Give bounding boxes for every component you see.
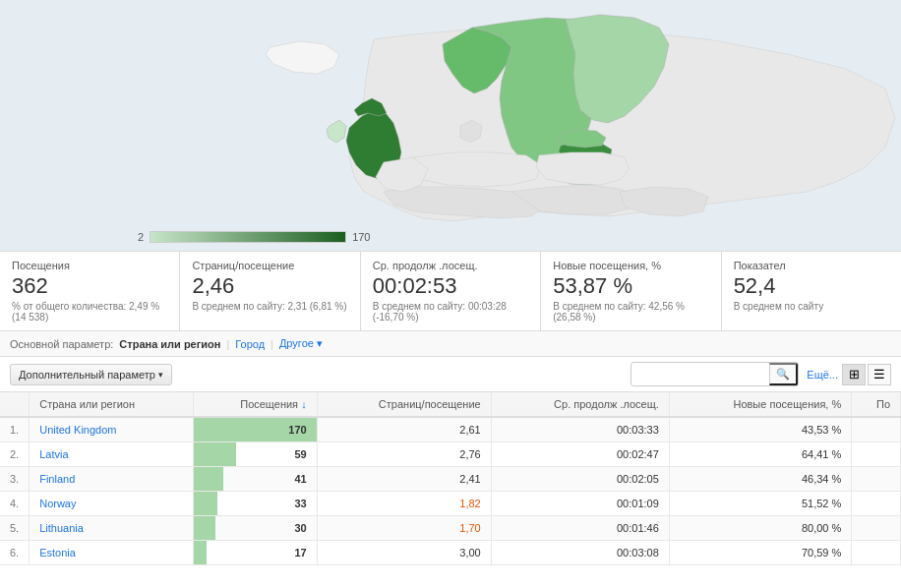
row-pages: 2,41: [317, 467, 491, 492]
col-country: Страна или регион: [30, 392, 194, 417]
dropdown-label: Дополнительный параметр: [19, 369, 155, 381]
stat-pages-sub: В среднем по сайту: 2,31 (6,81 %): [192, 301, 347, 312]
row-country: Lithuania: [30, 516, 194, 541]
row-duration: 00:02:47: [491, 442, 669, 467]
row-duration: 00:01:46: [491, 516, 669, 541]
row-new-pct: 80,00 %: [669, 516, 851, 541]
stat-visits-sub: % от общего количества: 2,49 % (14 538): [12, 301, 167, 323]
country-link[interactable]: Latvia: [39, 448, 68, 460]
stat-bounce-label: Показател: [734, 260, 889, 271]
row-bounce: [852, 541, 901, 565]
table-row: 3. Finland 41 2,41 00:02:05 46,34 %: [0, 467, 901, 492]
country-link[interactable]: Lithuania: [39, 522, 84, 534]
search-input[interactable]: [631, 366, 769, 383]
dropdown-arrow: ▾: [158, 370, 163, 380]
table-container: Страна или регион Посещения ↓ Страниц/по…: [0, 392, 901, 565]
search-button[interactable]: 🔍: [769, 363, 798, 385]
stat-pages-value: 2,46: [192, 273, 347, 299]
row-bounce: [852, 467, 901, 492]
row-new-pct: 70,59 %: [669, 541, 851, 565]
toolbar-right: 🔍 Ещё... ⊞ ☰: [631, 362, 891, 386]
col-num: [0, 392, 30, 417]
row-visits: 41: [194, 467, 317, 492]
list-view-button[interactable]: ☰: [868, 364, 891, 385]
row-bounce: [852, 442, 901, 467]
tab-other-arrow: ▾: [317, 337, 323, 349]
country-link[interactable]: United Kingdom: [39, 424, 116, 436]
col-new-pct: Новые посещения, %: [669, 392, 851, 417]
stat-new-label: Новые посещения, %: [553, 260, 708, 271]
stat-new: Новые посещения, % 53,87 % В среднем по …: [541, 252, 721, 330]
row-visits: 59: [194, 442, 317, 467]
table-row: 4. Norway 33 1,82 00:01:09 51,52 %: [0, 492, 901, 516]
row-pages: 2,61: [317, 417, 491, 442]
row-num: 3.: [0, 467, 30, 492]
row-new-pct: 43,53 %: [669, 417, 851, 442]
data-table: Страна или регион Посещения ↓ Страниц/по…: [0, 392, 901, 565]
row-country: Norway: [30, 492, 194, 516]
row-duration: 00:03:08: [491, 541, 669, 565]
stat-bounce: Показател 52,4 В среднем по сайту: [722, 252, 901, 330]
row-bounce: [852, 417, 901, 442]
stat-new-sub: В среднем по сайту: 42,56 % (26,58 %): [553, 301, 708, 323]
country-link[interactable]: Estonia: [39, 547, 76, 559]
row-pages: 1,82: [317, 492, 491, 516]
row-num: 5.: [0, 516, 30, 541]
row-new-pct: 46,34 %: [669, 467, 851, 492]
view-buttons: ⊞ ☰: [842, 364, 891, 385]
stat-bounce-sub: В среднем по сайту: [734, 301, 889, 312]
stats-row: Посещения 362 % от общего количества: 2,…: [0, 251, 901, 331]
row-visits: 17: [194, 541, 317, 565]
row-num: 2.: [0, 442, 30, 467]
additional-param-dropdown[interactable]: Дополнительный параметр ▾: [10, 364, 172, 385]
col-bounce: По: [852, 392, 901, 417]
row-country: Estonia: [30, 541, 194, 565]
row-visits: 30: [194, 516, 317, 541]
row-duration: 00:03:33: [491, 417, 669, 442]
stat-visits: Посещения 362 % от общего количества: 2,…: [0, 252, 180, 330]
table-header-row: Страна или регион Посещения ↓ Страниц/по…: [0, 392, 901, 417]
row-visits: 170: [194, 417, 317, 442]
stat-bounce-value: 52,4: [734, 273, 889, 299]
row-country: Finland: [30, 467, 194, 492]
tab-other[interactable]: Другое ▾: [279, 337, 323, 350]
stat-pages: Страниц/посещение 2,46 В среднем по сайт…: [180, 252, 360, 330]
tab-country[interactable]: Страна или регион: [119, 338, 220, 350]
country-link[interactable]: Finland: [39, 473, 75, 485]
stat-visits-label: Посещения: [12, 260, 167, 271]
row-duration: 00:02:05: [491, 467, 669, 492]
stat-duration-value: 00:02:53: [373, 273, 528, 299]
stat-new-value: 53,87 %: [553, 273, 708, 299]
row-pages: 1,70: [317, 516, 491, 541]
row-new-pct: 51,52 %: [669, 492, 851, 516]
scale-bar: [150, 231, 346, 243]
table-row: 5. Lithuania 30 1,70 00:01:46 80,00 %: [0, 516, 901, 541]
tabs-prefix: Основной параметр:: [10, 338, 113, 350]
stat-pages-label: Страниц/посещение: [192, 260, 347, 271]
color-scale: 2 170: [138, 231, 370, 243]
row-num: 4.: [0, 492, 30, 516]
row-bounce: [852, 516, 901, 541]
search-box: 🔍: [631, 362, 799, 386]
stat-visits-value: 362: [12, 273, 167, 299]
stat-duration-label: Ср. продолж .лосещ.: [373, 260, 528, 271]
toolbar-row: Дополнительный параметр ▾ 🔍 Ещё... ⊞ ☰: [0, 357, 901, 392]
row-bounce: [852, 492, 901, 516]
row-pages: 3,00: [317, 541, 491, 565]
stat-duration: Ср. продолж .лосещ. 00:02:53 В среднем п…: [361, 252, 541, 330]
table-row: 2. Latvia 59 2,76 00:02:47 64,41 %: [0, 442, 901, 467]
col-visits[interactable]: Посещения ↓: [194, 392, 317, 417]
tab-city[interactable]: Город: [235, 338, 265, 350]
row-num: 6.: [0, 541, 30, 565]
map-svg: [0, 0, 901, 251]
table-row: 1. United Kingdom 170 2,61 00:03:33 43,5…: [0, 417, 901, 442]
scale-min: 2: [138, 231, 144, 243]
tabs-row: Основной параметр: Страна или регион | Г…: [0, 331, 901, 357]
row-new-pct: 64,41 %: [669, 442, 851, 467]
grid-view-button[interactable]: ⊞: [842, 364, 866, 385]
country-link[interactable]: Norway: [39, 498, 76, 509]
row-pages: 2,76: [317, 442, 491, 467]
row-visits: 33: [194, 492, 317, 516]
esche-link[interactable]: Ещё...: [807, 369, 838, 381]
table-row: 6. Estonia 17 3,00 00:03:08 70,59 %: [0, 541, 901, 565]
